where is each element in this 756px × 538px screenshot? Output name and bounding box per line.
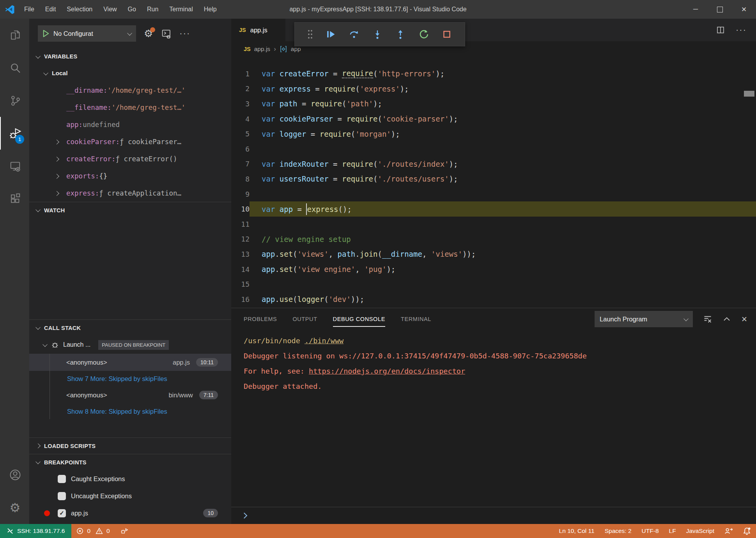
status-encoding[interactable]: UTF-8	[637, 524, 664, 538]
stop-button[interactable]	[441, 29, 452, 40]
loaded-scripts-section-header[interactable]: LOADED SCRIPTS	[29, 437, 231, 454]
menu-selection[interactable]: Selection	[61, 0, 98, 19]
code-line-11[interactable]: 11	[231, 217, 756, 232]
clear-console-icon[interactable]	[703, 314, 712, 324]
split-editor-icon[interactable]	[716, 26, 725, 34]
breakpoint-checkbox[interactable]: ✓	[58, 509, 66, 517]
problems-indicator[interactable]: 0 0	[71, 524, 115, 538]
code-text[interactable]: app.set('views', path.join(__dirname, 'v…	[250, 247, 756, 262]
activity-bar-run-and-debug[interactable]: 1	[0, 117, 29, 150]
code-line-13[interactable]: 13app.set('views', path.join(__dirname, …	[231, 247, 756, 262]
line-number[interactable]: 13	[231, 250, 250, 258]
console-link[interactable]: ./bin/www	[305, 337, 343, 345]
launch-configuration-select[interactable]: No Configurat	[38, 25, 136, 42]
line-number[interactable]: 15	[231, 280, 250, 288]
code-text[interactable]	[250, 217, 756, 232]
step-out-button[interactable]	[395, 29, 406, 40]
code-text[interactable]: app.set('view engine', 'pug');	[250, 262, 756, 277]
breakpoint-row[interactable]: ✓app.js10	[29, 504, 231, 522]
code-text[interactable]: var usersRouter = require('./routes/user…	[250, 171, 756, 187]
code-text[interactable]	[250, 141, 756, 157]
debug-console-session-select[interactable]: Launch Program	[595, 311, 693, 327]
variable-row[interactable]: exports: {}	[29, 168, 231, 185]
debug-session-row[interactable]: Launch ... PAUSED ON BREAKPOINT	[29, 336, 231, 354]
line-number[interactable]: 10	[231, 205, 250, 213]
menu-terminal[interactable]: Terminal	[164, 0, 198, 19]
close-panel-icon[interactable]: ✕	[741, 315, 747, 324]
stack-frame-row[interactable]: <anonymous>app.js10:11	[29, 354, 231, 371]
line-number[interactable]: 1	[231, 70, 250, 78]
menu-file[interactable]: File	[19, 0, 40, 19]
breakpoint-row[interactable]: Caught Exceptions	[29, 470, 231, 487]
close-button[interactable]: ✕	[732, 0, 756, 19]
line-number[interactable]: 2	[231, 85, 250, 93]
code-line-15[interactable]: 15	[231, 277, 756, 292]
maximize-button[interactable]	[708, 0, 732, 19]
variable-row[interactable]: __filename: '/home/greg-test…'	[29, 99, 231, 116]
breakpoint-row[interactable]: Uncaught Exceptions	[29, 487, 231, 504]
menu-edit[interactable]: Edit	[40, 0, 62, 19]
menu-run[interactable]: Run	[142, 0, 164, 19]
variable-row[interactable]: __dirname: '/home/greg-test/…'	[29, 82, 231, 99]
line-number[interactable]: 16	[231, 295, 250, 303]
maximize-panel-icon[interactable]	[722, 315, 731, 323]
editor-more-actions-icon[interactable]: ···	[736, 25, 747, 35]
call-stack-section-header[interactable]: CALL STACK	[29, 319, 231, 336]
code-line-12[interactable]: 12// view engine setup	[231, 232, 756, 247]
notifications-bell-icon[interactable]	[738, 524, 756, 538]
skipfiles-link[interactable]: Show 8 More: Skipped by skipFiles	[29, 404, 231, 419]
code-text[interactable]	[250, 187, 756, 202]
activity-bar-account[interactable]	[0, 459, 29, 491]
menu-view[interactable]: View	[98, 0, 122, 19]
activity-bar-source-control[interactable]	[0, 84, 29, 117]
breakpoint-checkbox[interactable]	[58, 492, 66, 500]
variable-row[interactable]: express: ƒ createApplication…	[29, 185, 231, 202]
step-into-button[interactable]	[372, 29, 383, 40]
line-number[interactable]: 4	[231, 115, 250, 123]
code-text[interactable]: app.use(logger('dev'));	[250, 292, 756, 307]
toolbar-drag-grip[interactable]	[307, 29, 313, 40]
status-language-mode[interactable]: JavaScript	[681, 524, 719, 538]
activity-bar-search[interactable]	[0, 51, 29, 84]
breadcrumb-file[interactable]: app.js	[254, 46, 270, 53]
tab-appjs[interactable]: JS app.js	[231, 19, 285, 41]
activity-bar-settings[interactable]: ⚙	[0, 491, 29, 524]
code-line-7[interactable]: 7var indexRouter = require('./routes/ind…	[231, 157, 756, 172]
line-number[interactable]: 8	[231, 175, 250, 183]
activity-bar-explorer[interactable]	[0, 19, 29, 51]
stack-frame-row[interactable]: <anonymous>bin/www7:11	[29, 386, 231, 404]
debug-console-input[interactable]	[231, 507, 756, 524]
code-line-16[interactable]: 16app.use(logger('dev'));	[231, 292, 756, 307]
configure-gear-icon[interactable]: ⚙	[144, 28, 153, 39]
breakpoint-checkbox[interactable]	[58, 475, 66, 483]
line-number[interactable]: 6	[231, 145, 250, 153]
activity-bar-remote-explorer[interactable]	[0, 150, 29, 182]
status-eol[interactable]: LF	[664, 524, 681, 538]
scope-local[interactable]: Local	[29, 65, 231, 82]
code-text[interactable]: var indexRouter = require('./routes/inde…	[250, 157, 756, 172]
menu-go[interactable]: Go	[122, 0, 142, 19]
skipfiles-link[interactable]: Show 7 More: Skipped by skipFiles	[29, 371, 231, 386]
code-text[interactable]: var path = require('path');	[250, 96, 756, 111]
debug-status-icon[interactable]	[115, 524, 134, 538]
status-indentation[interactable]: Spaces: 2	[600, 524, 637, 538]
variable-row[interactable]: app: undefined	[29, 116, 231, 133]
panel-tab-terminal[interactable]: TERMINAL	[401, 308, 431, 330]
variable-row[interactable]: cookieParser: ƒ cookieParser…	[29, 133, 231, 150]
minimize-button[interactable]: ─	[683, 0, 708, 19]
code-text[interactable]	[250, 277, 756, 292]
code-text[interactable]: var app = express();	[250, 201, 756, 217]
activity-bar-extensions[interactable]	[0, 182, 29, 215]
panel-tab-problems[interactable]: PROBLEMS	[244, 308, 277, 330]
code-line-4[interactable]: 4var cookieParser = require('cookie-pars…	[231, 111, 756, 127]
status-cursor-position[interactable]: Ln 10, Col 11	[554, 524, 600, 538]
debug-console-icon[interactable]	[161, 28, 172, 39]
code-line-14[interactable]: 14app.set('view engine', 'pug');	[231, 262, 756, 277]
breadcrumb-symbol[interactable]: app	[291, 46, 301, 53]
variable-row[interactable]: createError: ƒ createError()	[29, 150, 231, 168]
console-link[interactable]: https://nodejs.org/en/docs/inspector	[309, 367, 465, 375]
code-text[interactable]: // view engine setup	[250, 232, 756, 247]
line-number[interactable]: 11	[231, 220, 250, 228]
views-more-actions-icon[interactable]: ···	[179, 28, 190, 39]
code-text[interactable]: var express = require('express');	[250, 81, 756, 97]
